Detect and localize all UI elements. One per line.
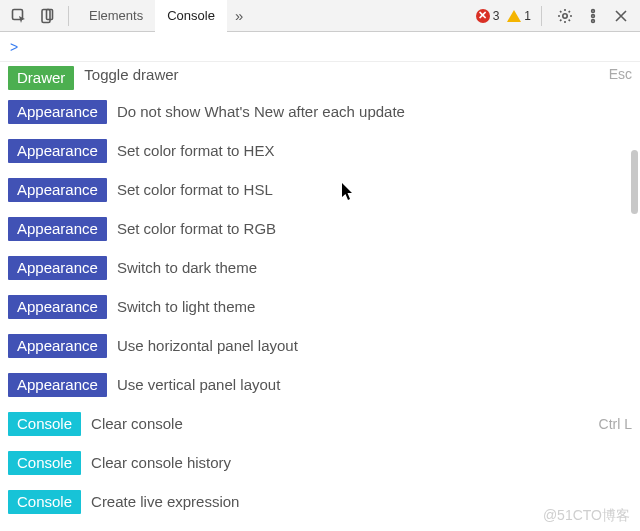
svg-point-4 [592,9,595,12]
device-toolbar-icon[interactable] [34,3,60,29]
category-badge: Console [8,451,81,475]
command-menu-item[interactable]: AppearanceSet color format to HEX [0,131,640,170]
category-badge: Appearance [8,256,107,280]
command-menu-item[interactable]: ConsoleClear console history [0,443,640,482]
command-menu-item[interactable]: AppearanceUse vertical panel layout [0,365,640,404]
warning-count: 1 [524,9,531,23]
command-label: Set color format to HSL [117,181,632,198]
settings-icon[interactable] [552,3,578,29]
category-badge: Appearance [8,373,107,397]
command-label: Clear console history [91,454,632,471]
warning-icon [507,10,521,22]
command-label: Use horizontal panel layout [117,337,632,354]
separator [68,6,69,26]
tab-elements[interactable]: Elements [77,0,155,32]
devtools-toolbar: Elements Console » ✕ 3 1 [0,0,640,32]
command-label: Use vertical panel layout [117,376,632,393]
command-label: Clear console [91,415,589,432]
more-options-icon[interactable] [580,3,606,29]
warning-count-badge[interactable]: 1 [507,9,531,23]
command-menu-list: DrawerToggle drawerEscAppearanceDo not s… [0,62,640,531]
category-badge: Console [8,412,81,436]
inspect-element-icon[interactable] [6,3,32,29]
command-menu-item[interactable]: AppearanceDo not show What's New after e… [0,92,640,131]
scrollbar-thumb[interactable] [631,150,638,214]
tab-console[interactable]: Console [155,0,227,32]
command-menu-item[interactable]: DrawerToggle drawerEsc [0,66,640,92]
category-badge: Appearance [8,139,107,163]
category-badge: Appearance [8,100,107,124]
command-menu-item[interactable]: AppearanceSwitch to dark theme [0,248,640,287]
category-badge: Appearance [8,334,107,358]
command-menu-item[interactable]: AppearanceSwitch to light theme [0,287,640,326]
command-menu-item[interactable]: AppearanceUse horizontal panel layout [0,326,640,365]
category-badge: Appearance [8,295,107,319]
error-count: 3 [493,9,500,23]
command-label: Toggle drawer [84,66,598,83]
category-badge: Drawer [8,66,74,90]
error-icon: ✕ [476,9,490,23]
category-badge: Console [8,490,81,514]
command-menu-item[interactable]: AppearanceSet color format to RGB [0,209,640,248]
console-prompt[interactable]: > [0,32,640,62]
command-menu-item[interactable]: AppearanceSet color format to HSL [0,170,640,209]
category-badge: Appearance [8,178,107,202]
command-shortcut: Esc [609,66,632,82]
prompt-glyph: > [10,39,18,55]
command-label: Switch to light theme [117,298,632,315]
command-label: Set color format to HEX [117,142,632,159]
command-label: Switch to dark theme [117,259,632,276]
watermark-text: @51CTO博客 [543,507,630,525]
command-label: Set color format to RGB [117,220,632,237]
svg-point-6 [592,19,595,22]
category-badge: Appearance [8,217,107,241]
command-label: Do not show What's New after each update [117,103,632,120]
error-count-badge[interactable]: ✕ 3 [476,9,500,23]
svg-point-3 [563,13,567,17]
tabs-overflow-icon[interactable]: » [227,0,251,32]
separator [541,6,542,26]
command-menu-item[interactable]: ConsoleClear consoleCtrl L [0,404,640,443]
command-shortcut: Ctrl L [599,416,632,432]
close-devtools-icon[interactable] [608,3,634,29]
svg-point-5 [592,14,595,17]
